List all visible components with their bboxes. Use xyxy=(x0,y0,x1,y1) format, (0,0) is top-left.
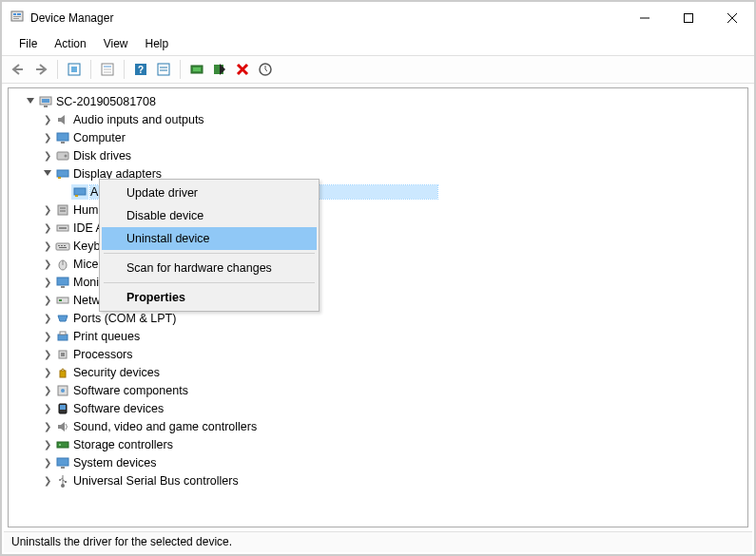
chevron-right-icon[interactable]: ❯ xyxy=(41,457,54,468)
tree-row-computer[interactable]: ❯ Computer xyxy=(12,128,747,146)
toolbar-scan-button[interactable] xyxy=(255,59,276,80)
chevron-right-icon[interactable]: ❯ xyxy=(41,240,54,251)
ports-icon xyxy=(54,311,71,326)
cm-separator xyxy=(104,253,315,254)
toolbar-update-driver-button[interactable] xyxy=(186,59,207,80)
menubar: File Action View Help xyxy=(2,34,754,55)
chevron-right-icon[interactable]: ❯ xyxy=(41,385,54,395)
chevron-right-icon[interactable]: ❯ xyxy=(41,150,54,161)
context-menu: Update driver Disable device Uninstall d… xyxy=(99,179,320,312)
svg-rect-68 xyxy=(65,481,67,483)
cm-properties[interactable]: Properties xyxy=(102,286,317,309)
svg-rect-46 xyxy=(59,247,67,248)
toolbar-action-button[interactable] xyxy=(153,59,174,80)
tree-row-storage[interactable]: ❯ Storage controllers xyxy=(12,435,747,453)
chevron-right-icon[interactable]: ❯ xyxy=(41,132,54,143)
tree-label: Audio inputs and outputs xyxy=(73,113,204,126)
svg-rect-54 xyxy=(60,332,66,335)
tree-row-swcomp[interactable]: ❯ Software components xyxy=(12,381,747,399)
cm-update-driver[interactable]: Update driver xyxy=(102,182,317,204)
toolbar-back-button[interactable] xyxy=(8,59,29,80)
chevron-right-icon[interactable]: ❯ xyxy=(41,439,54,450)
window-close-button[interactable] xyxy=(710,4,754,32)
tree-label: Security devices xyxy=(73,366,160,379)
toolbar-uninstall-button[interactable] xyxy=(232,59,253,80)
menu-file[interactable]: File xyxy=(11,35,45,52)
system-icon xyxy=(54,455,71,470)
svg-rect-35 xyxy=(74,188,86,195)
toolbar-separator xyxy=(124,60,125,79)
svg-point-32 xyxy=(65,154,68,157)
svg-rect-21 xyxy=(193,67,201,71)
svg-point-67 xyxy=(59,479,61,481)
tree-label: Netw xyxy=(73,294,100,307)
ide-icon xyxy=(54,220,71,236)
toolbar-forward-button[interactable] xyxy=(30,59,51,80)
tree-row-cpu[interactable]: ❯ Processors xyxy=(12,345,747,363)
cm-disable-device[interactable]: Disable device xyxy=(102,204,317,227)
tree-row-sound[interactable]: ❯ Sound, video and game controllers xyxy=(12,417,747,435)
tree-label: Hum xyxy=(73,203,98,217)
menu-help[interactable]: Help xyxy=(138,35,177,52)
tree-label: Processors xyxy=(73,348,133,361)
display-adapter-icon xyxy=(54,166,71,182)
tree-row-printq[interactable]: ❯ Print queues xyxy=(12,327,747,345)
tree-row-disk[interactable]: ❯ Disk drives xyxy=(12,146,747,164)
status-text: Uninstalls the driver for the selected d… xyxy=(11,535,232,548)
chevron-right-icon[interactable]: ❯ xyxy=(41,349,54,359)
tree-label: Software components xyxy=(73,384,188,397)
window-maximize-button[interactable] xyxy=(667,4,710,32)
chevron-right-icon[interactable]: ❯ xyxy=(41,204,54,215)
tree-label: Keyb xyxy=(73,240,101,253)
tree-label: Disk drives xyxy=(73,149,131,163)
chevron-right-icon[interactable]: ❯ xyxy=(41,421,54,431)
tree-row-root[interactable]: SC-201905081708 xyxy=(12,92,747,110)
svg-rect-53 xyxy=(58,335,68,340)
network-icon xyxy=(54,293,71,308)
toolbar-show-hidden-button[interactable] xyxy=(64,59,85,80)
chevron-right-icon[interactable]: ❯ xyxy=(41,367,54,377)
tree-row-audio[interactable]: ❯ Audio inputs and outputs xyxy=(12,110,747,128)
chevron-down-icon[interactable] xyxy=(41,168,54,180)
menu-action[interactable]: Action xyxy=(47,35,93,52)
svg-rect-52 xyxy=(59,299,62,301)
tree-row-swdev[interactable]: ❯ Software devices xyxy=(12,399,747,417)
chevron-right-icon[interactable]: ❯ xyxy=(41,277,54,287)
svg-rect-17 xyxy=(158,64,169,75)
window-titlebar: Device Manager xyxy=(2,2,754,34)
tree-label: Storage controllers xyxy=(73,438,173,451)
chevron-right-icon[interactable]: ❯ xyxy=(41,313,54,323)
chevron-right-icon[interactable]: ❯ xyxy=(41,259,54,269)
chevron-right-icon[interactable]: ❯ xyxy=(41,331,54,341)
tree-label: Sound, video and game controllers xyxy=(73,420,257,433)
chevron-right-icon[interactable]: ❯ xyxy=(41,403,54,413)
audio-icon xyxy=(54,112,71,127)
chevron-right-icon[interactable]: ❯ xyxy=(41,114,54,125)
svg-rect-1 xyxy=(13,13,16,15)
tree-row-security[interactable]: ❯ Security devices xyxy=(12,363,747,381)
window-title: Device Manager xyxy=(30,11,113,25)
svg-rect-36 xyxy=(75,195,78,197)
cm-uninstall-device[interactable]: Uninstall device xyxy=(102,227,317,250)
chevron-right-icon[interactable]: ❯ xyxy=(41,475,54,486)
mouse-icon xyxy=(54,257,71,272)
chevron-right-icon[interactable]: ❯ xyxy=(41,222,54,233)
svg-rect-4 xyxy=(13,18,19,19)
toolbar-help-button[interactable]: ? xyxy=(130,59,151,80)
chevron-right-icon[interactable]: ❯ xyxy=(41,295,54,305)
cm-scan-hardware[interactable]: Scan for hardware changes xyxy=(102,257,317,279)
computer-icon xyxy=(37,94,54,109)
menu-view[interactable]: View xyxy=(96,35,136,52)
app-icon xyxy=(10,10,25,28)
chevron-down-icon[interactable] xyxy=(24,96,37,107)
tree-row-usb[interactable]: ❯ Universal Serial Bus controllers xyxy=(12,471,747,489)
svg-rect-50 xyxy=(61,286,65,288)
toolbar-properties-button[interactable] xyxy=(97,59,118,80)
tree-label: Universal Serial Bus controllers xyxy=(73,474,239,488)
security-icon xyxy=(54,365,71,380)
cm-separator xyxy=(104,282,315,283)
window-minimize-button[interactable] xyxy=(623,4,667,32)
monitor-icon xyxy=(54,130,71,145)
toolbar-disable-button[interactable] xyxy=(209,59,230,80)
tree-row-system[interactable]: ❯ System devices xyxy=(12,453,747,471)
